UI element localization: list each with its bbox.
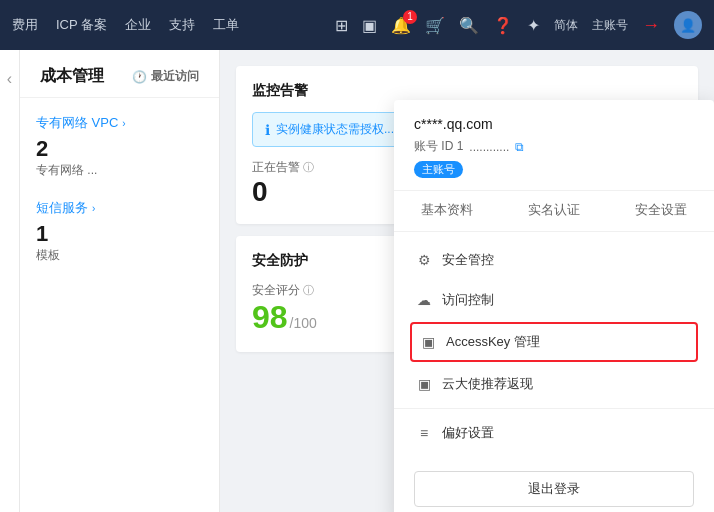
access-control-label: 访问控制	[442, 291, 494, 309]
alert-text: 实例健康状态需授权...	[276, 121, 394, 138]
alerting-stat: 正在告警 ⓘ 0	[252, 159, 314, 208]
image-icon[interactable]: ▣	[362, 16, 377, 35]
chevron-right-icon-2: ›	[92, 203, 95, 214]
menu-divider	[394, 408, 714, 409]
sms-value: 1	[36, 221, 203, 247]
account-label[interactable]: 主账号	[592, 17, 628, 34]
dropdown-menu-list: ⚙ 安全管控 ☁ 访问控制 ▣ AccessKey 管理 ▣ 云大使推荐返现 ≡…	[394, 232, 714, 461]
sidebar-toggle[interactable]: ‹	[7, 70, 12, 88]
language-selector[interactable]: 简体	[554, 17, 578, 34]
nav-item-ticket[interactable]: 工单	[213, 16, 239, 34]
monitor-title: 监控告警	[252, 82, 682, 100]
left-panel-header: 成本管理 🕐 最近访问	[20, 50, 219, 98]
grid-icon[interactable]: ⊞	[335, 16, 348, 35]
vpc-value: 2	[36, 136, 203, 162]
vpc-title[interactable]: 专有网络 VPC ›	[36, 114, 203, 132]
dropdown-tabs: 基本资料 实名认证 安全设置	[394, 191, 714, 232]
security-score-display: 98 /100	[252, 299, 385, 336]
accesskey-icon: ▣	[420, 334, 436, 350]
dropdown-header: c****.qq.com 账号 ID 1 ............ ⧉ 主账号	[394, 100, 714, 191]
help-icon[interactable]: ❓	[493, 16, 513, 35]
main-layout: ‹ 成本管理 🕐 最近访问 专有网络 VPC › 2 专有网络 ... 短信服务	[0, 50, 714, 512]
access-control-item[interactable]: ☁ 访问控制	[394, 280, 714, 320]
search-icon[interactable]: 🔍	[459, 16, 479, 35]
preferences-label: 偏好设置	[442, 424, 494, 442]
ambassador-item[interactable]: ▣ 云大使推荐返现	[394, 364, 714, 404]
left-panel: 成本管理 🕐 最近访问 专有网络 VPC › 2 专有网络 ... 短信服务 ›	[20, 50, 220, 512]
panel-title: 成本管理	[40, 66, 104, 87]
vpc-sub: 专有网络 ...	[36, 162, 203, 179]
preferences-icon: ≡	[416, 425, 432, 441]
score-number: 98	[252, 299, 288, 336]
nav-item-support[interactable]: 支持	[169, 16, 195, 34]
ambassador-label: 云大使推荐返现	[442, 375, 533, 393]
security-control-item[interactable]: ⚙ 安全管控	[394, 240, 714, 280]
arrow-icon: →	[642, 15, 660, 36]
topnav-icons: ⊞ ▣ 🔔 1 🛒 🔍 ❓ ✦ 简体 主账号 → 👤	[335, 11, 702, 39]
avatar[interactable]: 👤	[674, 11, 702, 39]
security-control-icon: ⚙	[416, 252, 432, 268]
sms-sub: 模板	[36, 247, 203, 264]
ambassador-icon: ▣	[416, 376, 432, 392]
nav-item-icp[interactable]: ICP 备案	[56, 16, 107, 34]
score-help-icon[interactable]: ⓘ	[303, 283, 314, 298]
preferences-item[interactable]: ≡ 偏好设置	[394, 413, 714, 453]
recent-visit-button[interactable]: 🕐 最近访问	[132, 68, 199, 85]
score-label: 安全评分	[252, 282, 300, 299]
sms-title[interactable]: 短信服务 ›	[36, 199, 203, 217]
tab-security-settings[interactable]: 安全设置	[607, 191, 714, 231]
cart-icon[interactable]: 🛒	[425, 16, 445, 35]
user-id-row: 账号 ID 1 ............ ⧉	[414, 138, 694, 155]
main-account-badge: 主账号	[414, 161, 463, 178]
notification-badge: 1	[403, 10, 417, 24]
tab-real-name[interactable]: 实名认证	[501, 191, 608, 231]
user-id-label: 账号 ID 1	[414, 138, 463, 155]
panel-content: 专有网络 VPC › 2 专有网络 ... 短信服务 › 1 模板	[20, 98, 219, 300]
top-navbar: 费用 ICP 备案 企业 支持 工单 ⊞ ▣ 🔔 1 🛒 🔍 ❓ ✦ 简体 主账…	[0, 0, 714, 50]
chevron-right-icon: ›	[122, 118, 125, 129]
clock-icon: 🕐	[132, 70, 147, 84]
sidebar: ‹	[0, 50, 20, 512]
accesskey-item[interactable]: ▣ AccessKey 管理	[410, 322, 698, 362]
alerting-value: 0	[252, 176, 314, 208]
access-control-icon: ☁	[416, 292, 432, 308]
user-dropdown: c****.qq.com 账号 ID 1 ............ ⧉ 主账号 …	[394, 100, 714, 512]
help-circle-icon[interactable]: ⓘ	[303, 160, 314, 175]
logout-button[interactable]: 退出登录	[414, 471, 694, 507]
tab-basic-info[interactable]: 基本资料	[394, 191, 501, 231]
info-icon: ℹ	[265, 122, 270, 138]
copy-icon[interactable]: ⧉	[515, 140, 524, 154]
accesskey-label: AccessKey 管理	[446, 333, 540, 351]
recent-visit-label: 最近访问	[151, 68, 199, 85]
user-email: c****.qq.com	[414, 116, 694, 132]
sms-section: 短信服务 › 1 模板	[36, 199, 203, 264]
nav-item-enterprise[interactable]: 企业	[125, 16, 151, 34]
security-control-label: 安全管控	[442, 251, 494, 269]
user-id-value: ............	[469, 140, 509, 154]
vpc-section: 专有网络 VPC › 2 专有网络 ...	[36, 114, 203, 179]
star-icon[interactable]: ✦	[527, 16, 540, 35]
security-score-item: 安全评分 ⓘ 98 /100	[252, 282, 385, 336]
bell-icon[interactable]: 🔔 1	[391, 16, 411, 35]
score-total: /100	[290, 315, 317, 331]
alerting-label: 正在告警	[252, 159, 300, 176]
nav-item-cost[interactable]: 费用	[12, 16, 38, 34]
